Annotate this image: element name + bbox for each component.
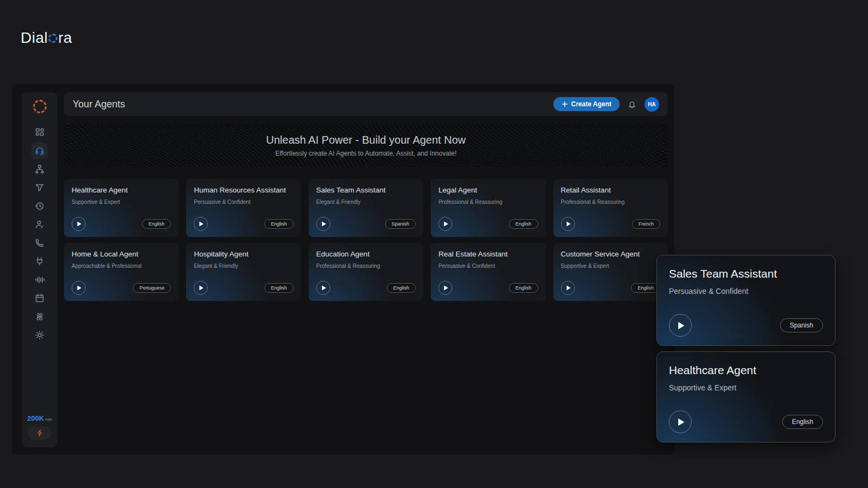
play-icon [321, 285, 327, 291]
user-avatar[interactable]: HA [644, 97, 659, 112]
waveform-icon [34, 274, 45, 285]
agent-tone: Elegant & Friendly [194, 263, 293, 269]
play-button[interactable] [316, 281, 330, 295]
usage-amount: 200K [27, 414, 44, 422]
play-button[interactable] [194, 217, 208, 231]
agent-card[interactable]: Home & Local Agent Approachable & Profes… [64, 243, 178, 301]
usage-minutes: 200Kmin [27, 414, 52, 422]
language-badge: English [142, 219, 171, 229]
language-badge: English [387, 283, 416, 293]
agent-card[interactable]: Hospitality Agent Elegant & Friendly Eng… [186, 243, 301, 301]
agent-card[interactable]: Customer Service Agent Supportive & Expe… [553, 243, 668, 301]
play-button[interactable] [561, 217, 575, 231]
agent-card[interactable]: Retail Assistant Professional & Reassuri… [553, 179, 668, 237]
page-title: Your Agents [73, 99, 125, 110]
language-badge: French [632, 219, 660, 229]
sidebar-item-integrations[interactable] [31, 253, 48, 269]
agent-tone: Professional & Reassuring [561, 199, 660, 205]
play-icon [443, 221, 449, 227]
dashboard-icon [34, 127, 45, 138]
notifications-bell-icon[interactable] [627, 99, 637, 109]
user-icon [34, 219, 45, 230]
agent-card[interactable]: Real Estate Assistant Persuasive & Confi… [431, 243, 545, 301]
language-badge: English [782, 415, 823, 429]
play-button[interactable] [72, 281, 86, 295]
sidebar-item-schedule[interactable] [31, 290, 48, 306]
preview-title: Sales Team Assistant [669, 267, 823, 280]
header-bar: Your Agents Create Agent HA [64, 92, 668, 116]
preview-footer: Spanish [669, 314, 823, 337]
language-badge: English [509, 219, 538, 229]
headset-icon [34, 145, 45, 156]
agent-card[interactable]: Education Agent Professional & Reassurin… [309, 243, 423, 301]
play-button[interactable] [194, 281, 208, 295]
agent-title: Home & Local Agent [72, 250, 171, 258]
agent-tone: Supportive & Expert [561, 263, 660, 269]
sidebar-item-funnel[interactable] [31, 179, 48, 196]
agent-tone: Supportive & Expert [72, 199, 171, 205]
play-button[interactable] [669, 410, 692, 433]
sidebar-item-history[interactable] [31, 198, 48, 214]
play-button[interactable] [316, 217, 330, 231]
language-badge: Portuguese [133, 283, 171, 293]
play-button[interactable] [561, 281, 575, 295]
agent-tone: Persuasive & Confident [194, 199, 293, 205]
hero-banner: Unleash AI Power - Build your Agent Now … [64, 124, 668, 167]
atom-icon [34, 311, 45, 322]
language-badge: Spanish [385, 219, 416, 229]
create-agent-label: Create Agent [571, 100, 611, 108]
brand-logo: Dialra [21, 29, 72, 47]
agent-card-footer: French [561, 217, 660, 231]
upgrade-button[interactable] [28, 426, 52, 440]
play-icon [199, 285, 204, 291]
agent-tone: Professional & Reassuring [316, 263, 416, 269]
sidebar-item-voice[interactable] [31, 272, 48, 288]
agent-tone: Persuasive & Confident [438, 263, 538, 269]
play-button[interactable] [72, 217, 86, 231]
sidebar-usage-section: 200Kmin [27, 414, 52, 440]
agent-card-footer: English [438, 217, 538, 231]
calendar-icon [34, 293, 45, 304]
main-panel: 200Kmin Your Agents Create Agent [12, 84, 674, 454]
org-chart-icon [34, 164, 45, 175]
sidebar-item-contacts[interactable] [31, 216, 48, 233]
agent-card[interactable]: Legal Agent Professional & Reassuring En… [431, 179, 545, 237]
sidebar: 200Kmin [22, 92, 58, 447]
agent-card-footer: Portuguese [72, 281, 171, 295]
agent-card-footer: English [194, 217, 293, 231]
settings-gear-icon [34, 330, 45, 341]
play-button[interactable] [438, 217, 452, 231]
play-icon [677, 322, 685, 330]
play-button[interactable] [669, 314, 692, 337]
sidebar-item-dashboard[interactable] [31, 124, 48, 140]
sidebar-item-org-chart[interactable] [31, 161, 48, 177]
sidebar-item-calls[interactable] [31, 235, 48, 251]
agent-preview-card[interactable]: Healthcare Agent Supportive & Expert Eng… [656, 351, 835, 442]
play-icon [566, 221, 571, 227]
sidebar-item-models[interactable] [31, 309, 48, 325]
lightning-bolt-icon [36, 429, 44, 437]
agent-title: Human Resources Assistant [194, 186, 293, 194]
agent-title: Retail Assistant [561, 186, 660, 194]
agent-title: Legal Agent [438, 186, 538, 194]
play-icon [321, 221, 327, 227]
create-agent-button[interactable]: Create Agent [553, 97, 620, 111]
brand-logo-prefix: Dial [21, 29, 48, 47]
sidebar-item-settings[interactable] [31, 327, 48, 343]
agent-card[interactable]: Human Resources Assistant Persuasive & C… [186, 179, 301, 237]
play-icon [76, 221, 82, 227]
agent-card-footer: English [194, 281, 293, 295]
sidebar-item-agents[interactable] [31, 143, 48, 159]
play-icon [199, 221, 204, 227]
plug-icon [34, 256, 45, 267]
agent-card[interactable]: Healthcare Agent Supportive & Expert Eng… [64, 179, 178, 237]
banner-subtitle: Effortlessly create AI Agents to Automat… [276, 150, 457, 157]
agent-preview-card[interactable]: Sales Team Assistant Persuasive & Confid… [656, 255, 835, 346]
play-button[interactable] [438, 281, 452, 295]
agent-title: Hospitality Agent [194, 250, 293, 258]
agent-card[interactable]: Sales Team Assistant Elegant & Friendly … [309, 179, 423, 237]
agent-tone: Professional & Reassuring [438, 199, 538, 205]
agent-tone: Approachable & Professional [72, 263, 171, 269]
agent-title: Sales Team Assistant [316, 186, 416, 194]
preview-tone: Persuasive & Confident [669, 287, 823, 296]
